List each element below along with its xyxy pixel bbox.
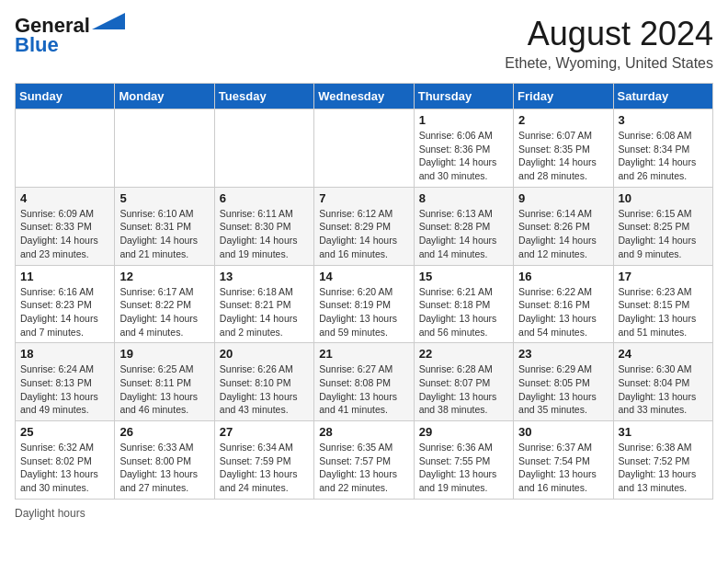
calendar-week-1: 1 Sunrise: 6:06 AMSunset: 8:36 PMDayligh… bbox=[16, 109, 713, 188]
day-number: 4 bbox=[20, 191, 109, 205]
day-number: 26 bbox=[119, 425, 209, 439]
day-detail: Sunrise: 6:18 AMSunset: 8:21 PMDaylight:… bbox=[220, 285, 309, 339]
day-detail: Sunrise: 6:32 AMSunset: 8:02 PMDaylight:… bbox=[20, 441, 109, 495]
calendar-week-3: 11 Sunrise: 6:16 AMSunset: 8:23 PMDaylig… bbox=[16, 265, 713, 343]
day-number: 19 bbox=[119, 347, 209, 361]
calendar-cell-w1-d0 bbox=[16, 109, 115, 188]
day-detail: Sunrise: 6:22 AMSunset: 8:16 PMDaylight:… bbox=[518, 285, 608, 339]
footer-note: Daylight hours bbox=[15, 507, 713, 520]
calendar-header-row: Sunday Monday Tuesday Wednesday Thursday… bbox=[16, 84, 713, 109]
day-detail: Sunrise: 6:26 AMSunset: 8:10 PMDaylight:… bbox=[220, 362, 309, 417]
day-detail: Sunrise: 6:29 AMSunset: 8:05 PMDaylight:… bbox=[518, 362, 608, 417]
calendar-cell-w5-d0: 25 Sunrise: 6:32 AMSunset: 8:02 PMDaylig… bbox=[16, 421, 115, 500]
page-title: August 2024 bbox=[505, 15, 713, 53]
day-detail: Sunrise: 6:13 AMSunset: 8:28 PMDaylight:… bbox=[419, 207, 508, 261]
calendar-cell-w5-d4: 29 Sunrise: 6:36 AMSunset: 7:55 PMDaylig… bbox=[414, 421, 513, 500]
day-number: 3 bbox=[619, 113, 708, 127]
day-detail: Sunrise: 6:10 AMSunset: 8:31 PMDaylight:… bbox=[119, 207, 209, 261]
day-detail: Sunrise: 6:36 AMSunset: 7:55 PMDaylight:… bbox=[419, 441, 508, 495]
day-detail: Sunrise: 6:20 AMSunset: 8:19 PMDaylight:… bbox=[319, 285, 408, 339]
day-number: 1 bbox=[419, 113, 508, 127]
day-number: 16 bbox=[518, 270, 608, 283]
calendar-cell-w3-d4: 15 Sunrise: 6:21 AMSunset: 8:18 PMDaylig… bbox=[414, 265, 513, 343]
day-number: 6 bbox=[220, 191, 309, 205]
header-monday: Monday bbox=[115, 84, 214, 109]
day-number: 20 bbox=[220, 347, 309, 361]
svg-marker-0 bbox=[92, 13, 125, 29]
day-number: 21 bbox=[319, 347, 408, 361]
day-number: 14 bbox=[319, 270, 408, 283]
day-number: 31 bbox=[619, 425, 708, 439]
header-wednesday: Wednesday bbox=[314, 84, 414, 109]
day-detail: Sunrise: 6:15 AMSunset: 8:25 PMDaylight:… bbox=[619, 207, 708, 261]
calendar-cell-w1-d5: 2 Sunrise: 6:07 AMSunset: 8:35 PMDayligh… bbox=[514, 109, 613, 188]
header-thursday: Thursday bbox=[414, 84, 513, 109]
header-sunday: Sunday bbox=[16, 84, 115, 109]
day-number: 25 bbox=[20, 425, 109, 439]
calendar-cell-w4-d0: 18 Sunrise: 6:24 AMSunset: 8:13 PMDaylig… bbox=[16, 343, 115, 421]
day-detail: Sunrise: 6:06 AMSunset: 8:36 PMDaylight:… bbox=[419, 129, 508, 183]
header: General Blue August 2024 Ethete, Wyoming… bbox=[15, 15, 713, 72]
day-detail: Sunrise: 6:23 AMSunset: 8:15 PMDaylight:… bbox=[619, 285, 708, 339]
day-detail: Sunrise: 6:37 AMSunset: 7:54 PMDaylight:… bbox=[518, 441, 608, 495]
day-detail: Sunrise: 6:17 AMSunset: 8:22 PMDaylight:… bbox=[119, 285, 209, 339]
title-area: August 2024 Ethete, Wyoming, United Stat… bbox=[505, 15, 713, 72]
calendar-cell-w1-d6: 3 Sunrise: 6:08 AMSunset: 8:34 PMDayligh… bbox=[613, 109, 712, 188]
calendar-cell-w3-d5: 16 Sunrise: 6:22 AMSunset: 8:16 PMDaylig… bbox=[514, 265, 613, 343]
calendar-cell-w3-d2: 13 Sunrise: 6:18 AMSunset: 8:21 PMDaylig… bbox=[214, 265, 313, 343]
calendar-week-5: 25 Sunrise: 6:32 AMSunset: 8:02 PMDaylig… bbox=[16, 421, 713, 500]
day-detail: Sunrise: 6:34 AMSunset: 7:59 PMDaylight:… bbox=[220, 441, 309, 495]
day-number: 5 bbox=[119, 191, 209, 205]
calendar-cell-w5-d1: 26 Sunrise: 6:33 AMSunset: 8:00 PMDaylig… bbox=[115, 421, 214, 500]
day-number: 11 bbox=[20, 270, 109, 283]
calendar-cell-w4-d2: 20 Sunrise: 6:26 AMSunset: 8:10 PMDaylig… bbox=[214, 343, 313, 421]
day-detail: Sunrise: 6:30 AMSunset: 8:04 PMDaylight:… bbox=[619, 362, 708, 417]
day-detail: Sunrise: 6:24 AMSunset: 8:13 PMDaylight:… bbox=[20, 362, 109, 417]
calendar-cell-w1-d4: 1 Sunrise: 6:06 AMSunset: 8:36 PMDayligh… bbox=[414, 109, 513, 188]
day-number: 9 bbox=[518, 191, 608, 205]
calendar-cell-w5-d6: 31 Sunrise: 6:38 AMSunset: 7:52 PMDaylig… bbox=[613, 421, 712, 500]
day-number: 24 bbox=[619, 347, 708, 361]
day-number: 8 bbox=[419, 191, 508, 205]
day-number: 10 bbox=[619, 191, 708, 205]
calendar-cell-w5-d5: 30 Sunrise: 6:37 AMSunset: 7:54 PMDaylig… bbox=[514, 421, 613, 500]
day-number: 28 bbox=[319, 425, 408, 439]
calendar-table: Sunday Monday Tuesday Wednesday Thursday… bbox=[15, 83, 713, 500]
day-detail: Sunrise: 6:21 AMSunset: 8:18 PMDaylight:… bbox=[419, 285, 508, 339]
calendar-cell-w3-d3: 14 Sunrise: 6:20 AMSunset: 8:19 PMDaylig… bbox=[314, 265, 414, 343]
day-detail: Sunrise: 6:28 AMSunset: 8:07 PMDaylight:… bbox=[419, 362, 508, 417]
day-number: 23 bbox=[518, 347, 608, 361]
day-detail: Sunrise: 6:14 AMSunset: 8:26 PMDaylight:… bbox=[518, 207, 608, 261]
calendar-cell-w5-d3: 28 Sunrise: 6:35 AMSunset: 7:57 PMDaylig… bbox=[314, 421, 414, 500]
day-detail: Sunrise: 6:09 AMSunset: 8:33 PMDaylight:… bbox=[20, 207, 109, 261]
day-number: 17 bbox=[619, 270, 708, 283]
calendar-cell-w4-d4: 22 Sunrise: 6:28 AMSunset: 8:07 PMDaylig… bbox=[414, 343, 513, 421]
day-number: 18 bbox=[20, 347, 109, 361]
calendar-cell-w2-d2: 6 Sunrise: 6:11 AMSunset: 8:30 PMDayligh… bbox=[214, 187, 313, 265]
calendar-cell-w2-d6: 10 Sunrise: 6:15 AMSunset: 8:25 PMDaylig… bbox=[613, 187, 712, 265]
day-number: 29 bbox=[419, 425, 508, 439]
day-number: 13 bbox=[220, 270, 309, 283]
calendar-cell-w1-d3 bbox=[314, 109, 414, 188]
day-detail: Sunrise: 6:25 AMSunset: 8:11 PMDaylight:… bbox=[119, 362, 209, 417]
calendar-cell-w3-d0: 11 Sunrise: 6:16 AMSunset: 8:23 PMDaylig… bbox=[16, 265, 115, 343]
day-detail: Sunrise: 6:11 AMSunset: 8:30 PMDaylight:… bbox=[220, 207, 309, 261]
day-detail: Sunrise: 6:38 AMSunset: 7:52 PMDaylight:… bbox=[619, 441, 708, 495]
calendar-week-4: 18 Sunrise: 6:24 AMSunset: 8:13 PMDaylig… bbox=[16, 343, 713, 421]
calendar-cell-w3-d1: 12 Sunrise: 6:17 AMSunset: 8:22 PMDaylig… bbox=[115, 265, 214, 343]
logo-blue: Blue bbox=[15, 33, 59, 57]
calendar-cell-w4-d3: 21 Sunrise: 6:27 AMSunset: 8:08 PMDaylig… bbox=[314, 343, 414, 421]
day-detail: Sunrise: 6:27 AMSunset: 8:08 PMDaylight:… bbox=[319, 362, 408, 417]
header-saturday: Saturday bbox=[613, 84, 712, 109]
logo-icon bbox=[92, 13, 125, 29]
page-subtitle: Ethete, Wyoming, United States bbox=[505, 55, 713, 72]
day-number: 27 bbox=[220, 425, 309, 439]
day-number: 12 bbox=[119, 270, 209, 283]
day-detail: Sunrise: 6:12 AMSunset: 8:29 PMDaylight:… bbox=[319, 207, 408, 261]
calendar-cell-w1-d2 bbox=[214, 109, 313, 188]
day-detail: Sunrise: 6:08 AMSunset: 8:34 PMDaylight:… bbox=[619, 129, 708, 183]
header-tuesday: Tuesday bbox=[214, 84, 313, 109]
calendar-cell-w4-d6: 24 Sunrise: 6:30 AMSunset: 8:04 PMDaylig… bbox=[613, 343, 712, 421]
logo: General Blue bbox=[15, 15, 125, 57]
day-number: 22 bbox=[419, 347, 508, 361]
